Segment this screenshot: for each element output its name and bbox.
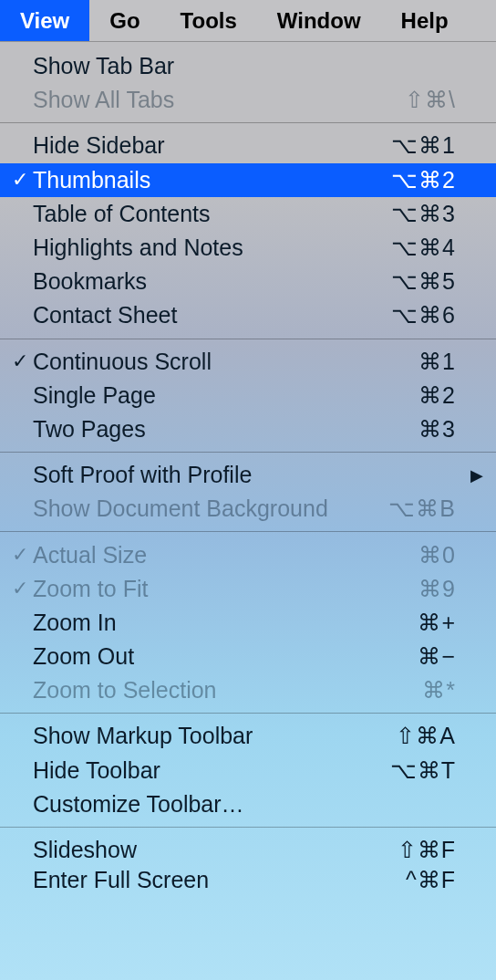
menu-item-table-of-contents[interactable]: Table of Contents ⌥⌘3 bbox=[0, 197, 496, 231]
menu-item-shortcut: ⌘1 bbox=[356, 349, 456, 375]
checkmark-icon: ✓ bbox=[7, 170, 33, 190]
menu-item-label: Bookmarks bbox=[33, 268, 356, 295]
menu-item-label: Slideshow bbox=[33, 837, 356, 863]
menu-item-label: Contact Sheet bbox=[33, 302, 356, 328]
menu-separator bbox=[0, 452, 496, 453]
menu-item-shortcut: ⌘0 bbox=[356, 542, 456, 568]
menu-item-single-page[interactable]: Single Page ⌘2 bbox=[0, 379, 496, 412]
menu-item-shortcut: ^⌘F bbox=[356, 867, 456, 893]
menu-item-shortcut: ⌥⌘3 bbox=[356, 201, 456, 227]
menu-item-shortcut: ⌥⌘T bbox=[356, 757, 456, 784]
menu-item-label: Soft Proof with Profile bbox=[33, 462, 356, 488]
menu-item-shortcut: ⌘* bbox=[356, 677, 456, 704]
menu-item-label: Hide Toolbar bbox=[33, 757, 356, 784]
menu-separator bbox=[0, 827, 496, 828]
menu-item-shortcut: ⌘− bbox=[356, 643, 456, 670]
menubar-item-window[interactable]: Window bbox=[257, 0, 381, 41]
menu-separator bbox=[0, 531, 496, 532]
menu-item-zoom-out[interactable]: Zoom Out ⌘− bbox=[0, 640, 496, 673]
menu-separator bbox=[0, 713, 496, 714]
menu-item-shortcut: ⌥⌘1 bbox=[356, 132, 456, 159]
menu-item-label: Zoom Out bbox=[33, 643, 356, 670]
menu-item-label: Actual Size bbox=[33, 542, 356, 568]
menu-item-label: Continuous Scroll bbox=[33, 349, 356, 375]
menu-item-label: Zoom In bbox=[33, 610, 356, 636]
menu-item-show-all-tabs: Show All Tabs ⇧⌘\ bbox=[0, 83, 496, 117]
menu-item-label: Show Markup Toolbar bbox=[33, 723, 356, 749]
menubar-label: Window bbox=[277, 8, 361, 34]
menubar-item-tools[interactable]: Tools bbox=[160, 0, 257, 41]
menu-item-contact-sheet[interactable]: Contact Sheet ⌥⌘6 bbox=[0, 298, 496, 332]
menu-item-show-markup-toolbar[interactable]: Show Markup Toolbar ⇧⌘A bbox=[0, 719, 496, 753]
menu-item-thumbnails[interactable]: ✓ Thumbnails ⌥⌘2 bbox=[0, 163, 496, 197]
menu-item-bookmarks[interactable]: Bookmarks ⌥⌘5 bbox=[0, 265, 496, 298]
menubar-item-go[interactable]: Go bbox=[89, 0, 160, 41]
menu-separator bbox=[0, 122, 496, 123]
menu-item-shortcut: ⇧⌘\ bbox=[356, 87, 456, 113]
menu-separator bbox=[0, 339, 496, 339]
menu-item-label: Show Tab Bar bbox=[33, 53, 356, 79]
menu-item-label: Zoom to Selection bbox=[33, 677, 356, 704]
menu-item-label: Enter Full Screen bbox=[33, 867, 356, 893]
menu-item-customize-toolbar[interactable]: Customize Toolbar… bbox=[0, 787, 496, 821]
menu-item-label: Show Document Background bbox=[33, 495, 356, 522]
menu-item-shortcut: ⇧⌘A bbox=[356, 723, 456, 749]
menu-item-shortcut: ⌘3 bbox=[356, 416, 456, 443]
submenu-arrow-icon: ▶ bbox=[456, 465, 483, 485]
menu-item-soft-proof-with-profile[interactable]: Soft Proof with Profile ▶ bbox=[0, 458, 496, 492]
menubar-item-view[interactable]: View bbox=[0, 0, 89, 41]
menu-item-show-tab-bar[interactable]: Show Tab Bar bbox=[0, 49, 496, 83]
menu-item-label: Two Pages bbox=[33, 416, 356, 443]
menu-item-shortcut: ⇧⌘F bbox=[356, 837, 456, 863]
menubar-label: View bbox=[20, 8, 69, 34]
menu-item-enter-full-screen[interactable]: Enter Full Screen ^⌘F bbox=[0, 867, 496, 901]
menu-item-show-document-background: Show Document Background ⌥⌘B bbox=[0, 492, 496, 526]
menu-item-label: Customize Toolbar… bbox=[33, 791, 356, 818]
menu-item-label: Single Page bbox=[33, 382, 356, 409]
menu-item-label: Hide Sidebar bbox=[33, 132, 356, 159]
menu-item-shortcut: ⌥⌘5 bbox=[356, 268, 456, 295]
menu-item-shortcut: ⌘9 bbox=[356, 576, 456, 602]
menu-item-zoom-to-fit: ✓ Zoom to Fit ⌘9 bbox=[0, 572, 496, 606]
menu-item-shortcut: ⌘2 bbox=[356, 382, 456, 409]
menubar-item-help[interactable]: Help bbox=[381, 0, 469, 41]
menu-item-zoom-in[interactable]: Zoom In ⌘+ bbox=[0, 606, 496, 640]
menu-item-slideshow[interactable]: Slideshow ⇧⌘F bbox=[0, 833, 496, 867]
menubar: View Go Tools Window Help bbox=[0, 0, 496, 42]
checkmark-icon: ✓ bbox=[7, 545, 33, 565]
menubar-label: Help bbox=[401, 8, 449, 34]
menu-item-highlights-and-notes[interactable]: Highlights and Notes ⌥⌘4 bbox=[0, 231, 496, 265]
menu-item-hide-toolbar[interactable]: Hide Toolbar ⌥⌘T bbox=[0, 754, 496, 787]
menu-item-label: Show All Tabs bbox=[33, 87, 356, 113]
menu-item-shortcut: ⌥⌘2 bbox=[356, 167, 456, 193]
checkmark-icon: ✓ bbox=[7, 579, 33, 599]
menu-item-shortcut: ⌥⌘6 bbox=[356, 302, 456, 328]
checkmark-icon: ✓ bbox=[7, 351, 33, 371]
menu-item-label: Thumbnails bbox=[33, 167, 356, 193]
menu-item-shortcut: ⌥⌘4 bbox=[356, 235, 456, 261]
menu-item-label: Highlights and Notes bbox=[33, 235, 356, 261]
view-menu: Show Tab Bar Show All Tabs ⇧⌘\ Hide Side… bbox=[0, 42, 496, 901]
menu-item-continuous-scroll[interactable]: ✓ Continuous Scroll ⌘1 bbox=[0, 345, 496, 379]
menu-item-shortcut: ⌘+ bbox=[356, 610, 456, 636]
menubar-label: Go bbox=[109, 8, 140, 34]
menu-item-hide-sidebar[interactable]: Hide Sidebar ⌥⌘1 bbox=[0, 129, 496, 162]
menu-item-label: Table of Contents bbox=[33, 201, 356, 227]
menubar-label: Tools bbox=[181, 8, 237, 34]
menu-item-actual-size: ✓ Actual Size ⌘0 bbox=[0, 537, 496, 571]
menu-item-zoom-to-selection: Zoom to Selection ⌘* bbox=[0, 673, 496, 707]
menu-item-shortcut: ⌥⌘B bbox=[356, 495, 456, 522]
menu-item-label: Zoom to Fit bbox=[33, 576, 356, 602]
menu-item-two-pages[interactable]: Two Pages ⌘3 bbox=[0, 412, 496, 446]
